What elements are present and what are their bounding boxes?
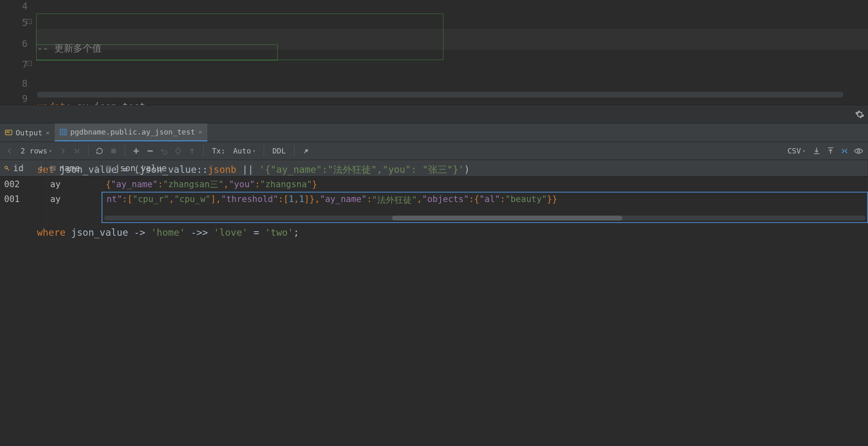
cell-json-value-editing[interactable]: nt": ["cpu_r", "cpu_w"], "threshold": [1…: [102, 192, 868, 223]
sql-operator: =: [248, 227, 265, 238]
cell-id[interactable]: 002: [0, 177, 46, 192]
cell-name[interactable]: ay: [46, 177, 102, 192]
sql-punct: ;: [293, 227, 299, 238]
cell-horizontal-scrollbar[interactable]: [104, 216, 866, 221]
fold-marker-icon[interactable]: −: [27, 19, 32, 24]
sql-string: 'home': [151, 227, 185, 238]
code-line[interactable]: -- 更新多个值: [37, 42, 470, 54]
table-row[interactable]: 001 ay nt": ["cpu_r", "cpu_w"], "thresho…: [0, 192, 868, 226]
cell-name[interactable]: ay: [46, 192, 102, 226]
line-number: 7 −: [0, 54, 28, 75]
cell-json-value[interactable]: {"ay_name":"zhangsan三","you": "zhangsna"…: [102, 177, 868, 192]
result-grid-body: 002 ay {"ay_name":"zhangsan三","you": "zh…: [0, 177, 868, 226]
code-area[interactable]: -- 更新多个值 update ay_json_test set json_va…: [35, 0, 470, 105]
column-label: name: [59, 163, 80, 173]
svg-point-4: [857, 150, 860, 152]
scrollbar-thumb[interactable]: [392, 216, 622, 221]
sql-comment: -- 更新多个值: [37, 43, 102, 53]
line-number: 8: [0, 75, 28, 92]
sql-string: 'love': [214, 227, 248, 238]
sql-operator: ->>: [185, 227, 214, 238]
gear-icon[interactable]: [855, 109, 865, 119]
result-grid-header: id ▴▾ name ▴▾ json_value: [0, 160, 868, 177]
sql-identifier: json_value ->: [65, 227, 151, 238]
line-number-gutter: 4 5 − 6 7 − 8 9: [0, 0, 35, 105]
column-label: json_value: [115, 163, 167, 173]
table-row[interactable]: 002 ay {"ay_name":"zhangsan三","you": "zh…: [0, 177, 868, 192]
upload-button[interactable]: [824, 145, 837, 157]
output-icon: [5, 129, 12, 136]
editor-horizontal-scrollbar[interactable]: [37, 92, 843, 98]
sort-indicator-icon[interactable]: ▴▾: [95, 165, 99, 172]
tool-window-separator: [0, 105, 868, 123]
prev-page-button[interactable]: [3, 145, 16, 157]
line-number: 9: [0, 92, 28, 106]
line-number: 6: [0, 33, 28, 54]
sql-keyword: where: [37, 227, 65, 238]
download-button[interactable]: [810, 145, 823, 157]
line-number: 4: [0, 0, 28, 12]
sort-indicator-icon[interactable]: ▴▾: [39, 165, 43, 172]
fold-marker-icon[interactable]: −: [27, 61, 32, 66]
column-header-json-value[interactable]: json_value: [102, 160, 868, 176]
sql-editor[interactable]: 4 5 − 6 7 − 8 9 -- 更新多个值 update ay_json_…: [0, 0, 868, 105]
export-format-selector[interactable]: CSV▾: [784, 146, 809, 155]
compare-button[interactable]: [838, 145, 851, 157]
key-icon: [4, 165, 10, 171]
column-icon: [106, 165, 111, 171]
view-button[interactable]: [852, 145, 865, 157]
column-icon: [50, 165, 56, 171]
column-header-id[interactable]: id ▴▾: [0, 160, 46, 176]
line-number: 5 −: [0, 12, 28, 33]
column-label: id: [13, 163, 23, 173]
sql-string: 'two': [265, 227, 293, 238]
column-header-name[interactable]: name ▴▾: [46, 160, 102, 176]
cell-id[interactable]: 001: [0, 192, 46, 226]
